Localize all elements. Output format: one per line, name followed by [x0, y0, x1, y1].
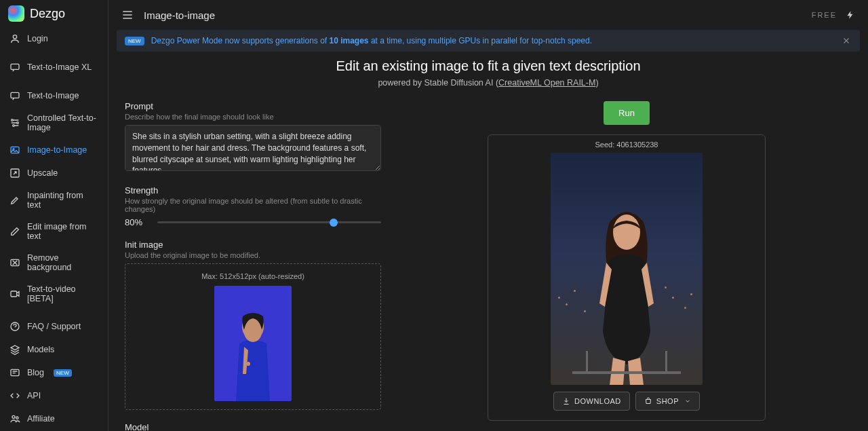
sidebar-item-label: Remove background — [27, 253, 98, 272]
svg-point-13 — [12, 415, 15, 418]
svg-point-0 — [13, 35, 16, 39]
sidebar-login[interactable]: Login — [0, 27, 108, 50]
run-button[interactable]: Run — [604, 101, 650, 125]
main-content: Image-to-image FREE NEW Dezgo Power Mode… — [108, 0, 868, 431]
sidebar-item-label: Text-to-Image XL — [27, 62, 92, 72]
init-hint: Upload the original image to be modified… — [125, 251, 381, 259]
new-pill: NEW — [125, 37, 144, 45]
sidebar-item-edit[interactable]: Edit image from text — [0, 216, 108, 247]
code-icon — [9, 390, 20, 401]
strength-value: 80% — [125, 217, 149, 227]
prompt-hint: Describe how the final image should look… — [125, 113, 381, 121]
chevron-down-icon — [684, 398, 691, 405]
svg-rect-1 — [11, 64, 19, 69]
logo-icon — [8, 5, 24, 22]
people-icon — [9, 413, 20, 424]
news-icon — [9, 367, 20, 378]
user-icon — [9, 33, 20, 44]
power-mode-button[interactable] — [844, 8, 857, 22]
edit-icon — [9, 226, 20, 237]
sidebar-item-affiliate[interactable]: Affiliate — [0, 407, 108, 430]
menu-button[interactable] — [119, 7, 136, 23]
brand-name: Dezgo — [30, 7, 65, 21]
sidebar-item-upscale[interactable]: Upscale — [0, 162, 108, 185]
sidebar: Dezgo Login Text-to-Image XL Text-to-Ima… — [0, 0, 108, 431]
chat-icon — [9, 90, 20, 101]
init-image-dropzone[interactable]: Max: 512x512px (auto-resized) — [125, 263, 381, 410]
svg-point-4 — [17, 122, 19, 124]
model-field: Model The AI used to generate the image.… — [125, 422, 381, 431]
layers-icon — [9, 344, 20, 355]
svg-rect-20 — [572, 371, 681, 374]
sidebar-item-blog[interactable]: Blog NEW — [0, 361, 108, 384]
strength-hint: How strongly the original image should b… — [125, 197, 381, 213]
sidebar-item-controlled[interactable]: Controlled Text-to-Image — [0, 107, 108, 138]
sidebar-item-txt2img[interactable]: Text-to-Image — [0, 84, 108, 107]
new-badge: NEW — [54, 369, 72, 377]
sidebar-item-label: Text-to-Image — [27, 91, 79, 100]
close-icon[interactable] — [841, 35, 852, 46]
expand-icon — [9, 168, 20, 179]
prompt-input[interactable] — [125, 125, 381, 171]
sidebar-item-removebg[interactable]: Remove background — [0, 247, 108, 278]
intro-heading: Edit an existing image to fit a given te… — [125, 58, 852, 74]
svg-point-3 — [12, 119, 14, 121]
svg-point-17 — [244, 322, 262, 342]
dropzone-max: Max: 512x512px (auto-resized) — [134, 272, 372, 280]
intro-subtitle: powered by Stable Diffusion AI (Creative… — [125, 78, 852, 88]
output-card: Seed: 4061305238 — [488, 134, 766, 421]
svg-rect-2 — [11, 92, 19, 98]
page-title: Image-to-image — [144, 10, 215, 21]
sidebar-item-txt2img-xl[interactable]: Text-to-Image XL — [0, 56, 108, 79]
sidebar-item-txt2vid[interactable]: Text-to-video [BETA] — [0, 278, 108, 310]
svg-rect-10 — [11, 291, 17, 297]
free-label: FREE — [812, 11, 837, 19]
sidebar-item-label: Edit image from text — [27, 222, 98, 241]
prompt-label: Prompt — [125, 101, 381, 111]
sidebar-header: Dezgo — [0, 0, 108, 27]
video-icon — [9, 288, 20, 299]
sidebar-item-label: Controlled Text-to-Image — [27, 113, 98, 132]
sidebar-item-label: Models — [27, 345, 54, 354]
sidebar-login-label: Login — [27, 34, 48, 43]
prompt-field: Prompt Describe how the final image shou… — [125, 101, 381, 173]
notice-bar[interactable]: NEW Dezgo Power Mode now supports genera… — [117, 30, 860, 52]
sidebar-item-models[interactable]: Models — [0, 338, 108, 361]
help-icon — [9, 321, 20, 332]
init-image-preview — [214, 286, 292, 401]
sidebar-item-label: Blog — [27, 368, 44, 377]
sidebar-item-inpaint[interactable]: Inpainting from text — [0, 185, 108, 216]
sidebar-item-label: Inpainting from text — [27, 191, 98, 210]
svg-rect-21 — [586, 351, 588, 371]
shop-button[interactable]: SHOP — [635, 392, 700, 411]
brush-icon — [9, 195, 20, 206]
sidebar-item-img2img[interactable]: Image-to-Image — [0, 138, 108, 162]
sidebar-item-label: Upscale — [27, 168, 58, 178]
notice-text: Dezgo Power Mode now supports generation… — [151, 36, 592, 45]
model-label: Model — [125, 422, 381, 431]
svg-point-14 — [16, 417, 18, 419]
sidebar-item-label: API — [27, 391, 41, 400]
svg-point-5 — [13, 125, 15, 127]
init-image-field: Init image Upload the original image to … — [125, 240, 381, 410]
image-icon — [9, 145, 20, 155]
sidebar-item-api[interactable]: API — [0, 384, 108, 407]
intro: Edit an existing image to fit a given te… — [125, 58, 852, 88]
strength-slider[interactable] — [157, 221, 381, 223]
sidebar-item-label: Image-to-Image — [27, 145, 87, 155]
license-link[interactable]: CreativeML Open RAIL-M — [498, 78, 595, 88]
strength-field: Strength How strongly the original image… — [125, 185, 381, 227]
output-image[interactable] — [551, 153, 703, 385]
sidebar-item-label: Text-to-video [BETA] — [27, 284, 98, 303]
strength-label: Strength — [125, 185, 381, 195]
svg-point-19 — [613, 214, 640, 250]
chat-icon — [9, 62, 20, 73]
download-button[interactable]: DOWNLOAD — [553, 392, 630, 411]
sidebar-item-faq[interactable]: FAQ / Support — [0, 315, 108, 338]
svg-rect-22 — [665, 351, 667, 371]
sidebar-item-label: FAQ / Support — [27, 322, 81, 331]
remove-bg-icon — [9, 257, 20, 268]
init-label: Init image — [125, 240, 381, 250]
svg-point-18 — [246, 362, 250, 366]
tune-icon — [9, 117, 20, 128]
